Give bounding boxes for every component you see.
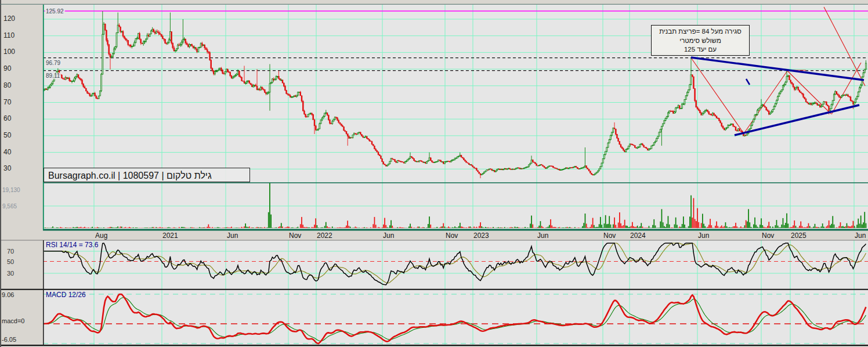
date-axis-label: Nov bbox=[289, 232, 301, 240]
magenta-level-label: 125.92 bbox=[45, 8, 65, 15]
volume-axis-label: 9,565 bbox=[2, 203, 17, 210]
price-axis-label: 120 bbox=[3, 15, 15, 23]
price-axis-label: 60 bbox=[3, 115, 11, 122]
date-axis-label: Jun bbox=[537, 232, 548, 240]
macd-panel-title: MACD 12/26 bbox=[46, 291, 86, 299]
analyst-annotation-box[interactable]: סגירה מעל 84 =פריצת תבנית משולש סימטרי ע… bbox=[651, 25, 750, 56]
bursagraph-chart-window: 125.92 96.79 89.11 Bursagraph.co.il | 10… bbox=[0, 0, 868, 347]
price-axis-label: 40 bbox=[3, 149, 11, 156]
date-axis-label: Nov bbox=[762, 232, 774, 240]
date-axis-strip bbox=[0, 230, 868, 240]
macd-zero-label: macd=0 bbox=[2, 317, 24, 325]
macd-min-label: -6.05 bbox=[2, 336, 16, 344]
date-axis-label: Jun bbox=[383, 232, 394, 240]
date-axis-label: Aug bbox=[95, 232, 107, 240]
date-axis-label: 2024 bbox=[630, 232, 646, 240]
rsi-level-label: 30 bbox=[7, 270, 14, 277]
date-axis-label: Nov bbox=[446, 232, 458, 240]
annotation-line: סגירה מעל 84 =פריצת תבנית bbox=[652, 27, 749, 37]
price-axis-label: 80 bbox=[3, 82, 11, 89]
date-axis-label: 2023 bbox=[473, 232, 489, 240]
date-axis-label: 2022 bbox=[317, 232, 332, 240]
date-axis-label: Jun bbox=[227, 232, 238, 240]
resistance-level-label: 96.79 bbox=[45, 60, 62, 66]
price-axis-label: 110 bbox=[3, 32, 15, 39]
date-axis-label: Jun bbox=[698, 232, 709, 240]
price-axis-label: 100 bbox=[3, 48, 15, 56]
annotation-line: משולש סימטרי bbox=[652, 37, 749, 46]
rsi-level-label: 50 bbox=[7, 258, 14, 266]
rsi-panel-title: RSI 14/14 = 73.6 bbox=[46, 241, 98, 249]
price-axis-label: 90 bbox=[3, 65, 11, 73]
date-axis-label: Jun bbox=[855, 232, 866, 240]
date-axis-label: Nov bbox=[603, 232, 616, 240]
annotation-line: עם יעד 125 bbox=[652, 45, 749, 55]
support-level-label: 89.11 bbox=[45, 73, 61, 79]
price-axis-label: 30 bbox=[3, 165, 11, 172]
price-axis-label: 70 bbox=[3, 99, 11, 106]
rsi-level-label: 70 bbox=[7, 248, 14, 255]
macd-max-label: 9.06 bbox=[2, 291, 14, 299]
watermark-symbol-title: Bursagraph.co.il | 1080597 | גילת טלקום bbox=[44, 168, 250, 182]
date-axis-label: 2025 bbox=[791, 232, 806, 240]
date-axis-label: 2021 bbox=[162, 232, 178, 240]
volume-axis-label: 19,130 bbox=[2, 186, 20, 194]
price-axis-label: 50 bbox=[3, 132, 11, 139]
